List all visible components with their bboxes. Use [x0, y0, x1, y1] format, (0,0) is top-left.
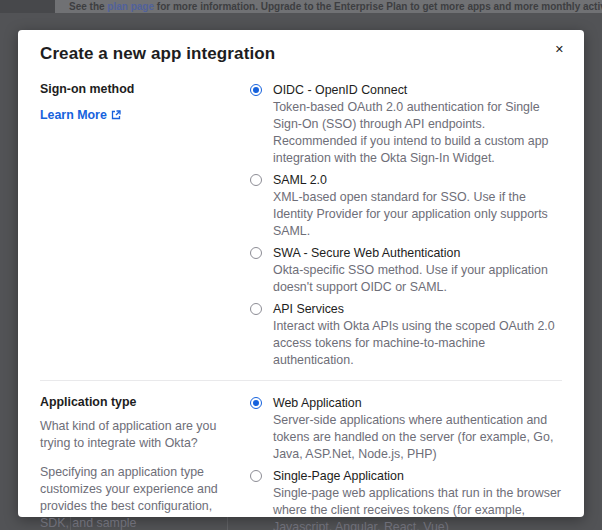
- option-label: OIDC - OpenID Connect: [273, 82, 562, 99]
- close-icon[interactable]: ✕: [551, 40, 568, 59]
- option-label: API Services: [273, 301, 562, 318]
- banner-text: See the: [69, 1, 107, 12]
- option-label: Web Application: [273, 395, 562, 412]
- option-saml[interactable]: SAML 2.0 XML-based open standard for SSO…: [250, 172, 562, 240]
- radio-web-application[interactable]: [250, 397, 262, 409]
- background-banner: See the plan page for more information. …: [55, 0, 602, 13]
- option-label: SWA - Secure Web Authentication: [273, 245, 562, 262]
- option-description: Okta-specific SSO method. Use if your ap…: [273, 262, 562, 296]
- option-swa[interactable]: SWA - Secure Web Authentication Okta-spe…: [250, 245, 562, 296]
- option-description: Interact with Okta APIs using the scoped…: [273, 318, 562, 369]
- option-description: Server-side applications where authentic…: [273, 412, 562, 463]
- radio-swa[interactable]: [250, 247, 262, 259]
- learn-more-link[interactable]: Learn More: [40, 108, 121, 122]
- banner-text: for more information. Upgrade to the Ent…: [154, 1, 602, 12]
- option-description: XML-based open standard for SSO. Use if …: [273, 189, 562, 240]
- plan-page-link[interactable]: plan page: [107, 1, 154, 12]
- option-label: SAML 2.0: [273, 172, 562, 189]
- external-link-icon: [111, 110, 121, 120]
- option-single-page-application[interactable]: Single-Page Application Single-page web …: [250, 468, 562, 530]
- option-description: Single-page web applications that run in…: [273, 485, 562, 530]
- create-app-integration-dialog: ✕ Create a new app integration Sign-on m…: [18, 30, 584, 517]
- dialog-title: Create a new app integration: [40, 44, 562, 64]
- option-web-application[interactable]: Web Application Server-side applications…: [250, 395, 562, 463]
- application-type-note: Specifying an application type customize…: [40, 464, 236, 530]
- option-api-services[interactable]: API Services Interact with Okta APIs usi…: [250, 301, 562, 369]
- radio-oidc[interactable]: [250, 84, 262, 96]
- option-description: Token-based OAuth 2.0 authentication for…: [273, 99, 562, 167]
- background-sidebar: [0, 0, 55, 13]
- section-divider: [40, 380, 562, 381]
- sign-on-method-section: Sign-on method Learn More OIDC - OpenID …: [40, 82, 562, 374]
- radio-single-page-application[interactable]: [250, 470, 262, 482]
- sign-on-method-label: Sign-on method: [40, 82, 236, 96]
- radio-saml[interactable]: [250, 174, 262, 186]
- application-type-label: Application type: [40, 395, 236, 409]
- learn-more-label: Learn More: [40, 108, 107, 122]
- option-oidc[interactable]: OIDC - OpenID Connect Token-based OAuth …: [250, 82, 562, 167]
- option-label: Single-Page Application: [273, 468, 562, 485]
- application-type-question: What kind of application are you trying …: [40, 418, 236, 452]
- application-type-section: Application type What kind of applicatio…: [40, 395, 562, 530]
- radio-api-services[interactable]: [250, 303, 262, 315]
